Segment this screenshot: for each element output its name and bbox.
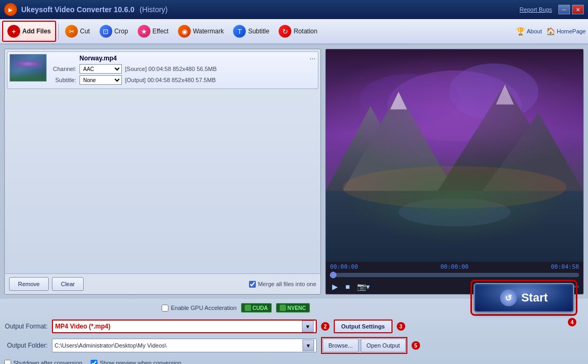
svg-point-9 — [398, 198, 510, 226]
preview-timecodes: 00:00:00 00:00:00 00:04:58 — [326, 262, 583, 272]
watermark-button[interactable]: ◉ Watermark — [174, 21, 228, 42]
time-end: 00:04:58 — [551, 263, 579, 270]
clear-button[interactable]: Clear — [52, 277, 84, 291]
folder-input-wrapper: C:\Users\Administrator\Desktop\My Videos… — [52, 339, 317, 352]
cut-button[interactable]: ✂ Cut — [61, 21, 94, 42]
play-button[interactable]: ▶ — [330, 281, 340, 292]
file-list-area: Norway.mp4 ··· Channel: AAC [Source] 00:… — [5, 49, 320, 273]
filename: Norway.mp4 — [79, 55, 306, 62]
subtitle-label: Subtitle: — [50, 77, 76, 83]
effect-button[interactable]: ★ Effect — [133, 21, 173, 42]
progress-track[interactable] — [330, 273, 579, 277]
gpu-acceleration-checkbox[interactable] — [162, 305, 168, 312]
preview-checkbox[interactable] — [91, 360, 97, 365]
svg-rect-0 — [326, 49, 583, 262]
gpu-acceleration-group: Enable GPU Acceleration — [162, 305, 236, 312]
output-format-label: Output Format: — [0, 323, 48, 330]
file-thumbnail — [10, 54, 47, 82]
watermark-icon: ◉ — [178, 25, 191, 38]
merge-label: Merge all files into one — [258, 281, 316, 287]
format-dropdown-button[interactable]: ▼ — [302, 321, 314, 332]
svg-point-12 — [343, 166, 567, 209]
folder-path: C:\Users\Administrator\Desktop\My Videos… — [55, 342, 302, 349]
subtitle-select[interactable]: None — [79, 75, 122, 85]
channel-select[interactable]: AAC — [79, 64, 122, 74]
start-button[interactable]: ↺ Start — [474, 283, 574, 313]
format-select-value[interactable]: MP4 Video (*.mp4) — [55, 323, 302, 330]
start-button-border: ↺ Start — [470, 280, 577, 316]
window-controls: ─ ✕ — [558, 5, 584, 14]
preview-panel: 00:00:00 00:00:00 00:04:58 ▶ ■ 📷▾ 🔊 — [325, 49, 584, 295]
subtitle-button[interactable]: T Subtitle — [229, 21, 273, 42]
time-mid: 00:00:00 — [441, 263, 469, 270]
crop-button[interactable]: ⊡ Crop — [95, 21, 132, 42]
merge-checkbox[interactable] — [249, 281, 256, 288]
output-format-badge: 2 — [321, 322, 329, 331]
bottom-section: Enable GPU Acceleration CUDA NVENC Outpu… — [0, 299, 588, 364]
gpu-row: Enable GPU Acceleration CUDA NVENC — [0, 299, 471, 317]
file-panel: Norway.mp4 ··· Channel: AAC [Source] 00:… — [4, 49, 321, 295]
svg-marker-10 — [390, 92, 407, 109]
shutdown-checkbox[interactable] — [4, 360, 11, 365]
crop-icon: ⊡ — [100, 25, 112, 38]
browse-open-group: Browse... Open Output — [321, 337, 407, 354]
open-output-button[interactable]: Open Output — [361, 339, 406, 352]
svg-point-1 — [387, 70, 522, 141]
format-select-wrapper: MP4 Video (*.mp4) ▼ — [52, 319, 317, 333]
browse-button[interactable]: Browse... — [323, 339, 359, 352]
remove-button[interactable]: Remove — [9, 277, 49, 291]
toolbar-separator — [58, 23, 59, 39]
merge-checkbox-group: Merge all files into one — [249, 281, 316, 288]
stop-button[interactable]: ■ — [343, 281, 352, 292]
preview-label: Show preview when conversion — [100, 360, 181, 364]
folder-row: Output Folder: C:\Users\Administrator\De… — [0, 336, 471, 355]
app-logo — [4, 3, 17, 16]
folder-badge: 5 — [412, 341, 420, 350]
start-icon: ↺ — [500, 289, 517, 306]
svg-marker-5 — [343, 92, 455, 191]
cuda-badge: CUDA — [241, 303, 272, 313]
svg-point-2 — [449, 64, 538, 120]
svg-marker-6 — [438, 85, 572, 191]
screenshot-button[interactable]: 📷▾ — [355, 281, 372, 292]
preview-progress[interactable] — [326, 272, 583, 279]
options-row: Shutdown after conversion Show preview w… — [0, 355, 471, 364]
preview-video — [326, 49, 583, 262]
subtitle-row: Subtitle: None [Output] 00:04:58 852x480… — [50, 75, 316, 85]
file-menu-button[interactable]: ··· — [309, 54, 316, 63]
svg-marker-7 — [483, 113, 583, 191]
start-badge: 4 — [568, 318, 576, 326]
file-list-buttons: Remove Clear Merge all files into one — [5, 273, 320, 294]
folder-dropdown-button[interactable]: ▼ — [302, 340, 314, 351]
output-info: [Output] 00:04:58 852x480 57.5MB — [125, 77, 216, 83]
time-start: 00:00:00 — [330, 263, 358, 270]
subtitle-icon: T — [233, 25, 246, 38]
add-files-button[interactable]: + Add Files — [2, 21, 56, 42]
close-button[interactable]: ✕ — [572, 5, 584, 14]
minimize-button[interactable]: ─ — [558, 5, 570, 14]
titlebar: Ukeysoft Video Converter 10.6.0 (History… — [0, 0, 588, 19]
about-link[interactable]: 🏆 About — [516, 27, 542, 35]
cut-icon: ✂ — [65, 25, 78, 38]
source-info: [Source] 00:04:58 852x480 56.5MB — [125, 66, 217, 72]
channel-row: Channel: AAC [Source] 00:04:58 852x480 5… — [50, 64, 316, 74]
rotation-button[interactable]: ↻ Rotation — [274, 21, 322, 42]
svg-point-3 — [359, 74, 460, 124]
preview-option[interactable]: Show preview when conversion — [91, 360, 181, 365]
file-name-row: Norway.mp4 ··· — [50, 54, 316, 63]
app-title: Ukeysoft Video Converter 10.6.0 (History… — [21, 5, 520, 14]
progress-thumb[interactable] — [330, 272, 336, 278]
output-settings-badge: 3 — [397, 322, 405, 331]
effect-icon: ★ — [138, 25, 150, 38]
gpu-acceleration-label: Enable GPU Acceleration — [171, 305, 236, 311]
homepage-link[interactable]: 🏠 HomePage — [546, 27, 586, 35]
svg-marker-4 — [326, 106, 415, 191]
channel-label: Channel: — [50, 66, 76, 72]
report-bugs-link[interactable]: Report Bugs — [520, 6, 552, 13]
format-row: Output Format: MP4 Video (*.mp4) ▼ 2 Out… — [0, 317, 471, 336]
file-item: Norway.mp4 ··· Channel: AAC [Source] 00:… — [7, 51, 318, 89]
output-settings-button[interactable]: Output Settings — [334, 319, 393, 333]
shutdown-option[interactable]: Shutdown after conversion — [4, 360, 82, 365]
svg-marker-11 — [496, 85, 514, 104]
toolbar: + Add Files ✂ Cut ⊡ Crop ★ Effect ◉ Wate… — [0, 19, 588, 45]
